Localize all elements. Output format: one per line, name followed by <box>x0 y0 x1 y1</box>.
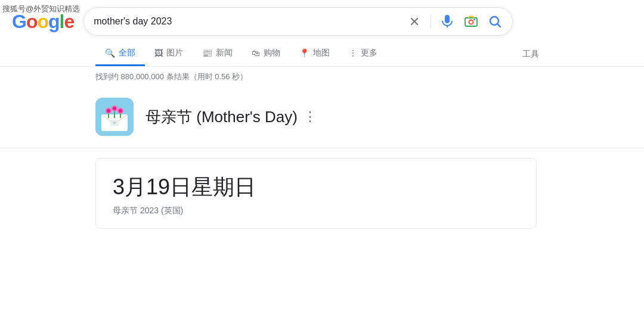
search-input-value: mother's day 2023 <box>94 16 401 27</box>
tab-all[interactable]: 🔍 全部 <box>95 42 145 66</box>
watermark: 搜狐号@外贸知识精选 <box>2 4 80 14</box>
all-icon: 🔍 <box>105 48 115 58</box>
section-divider <box>0 148 644 148</box>
svg-point-10 <box>113 107 116 110</box>
knowledge-panel-header: 母亲节 (Mother's Day) ⋮ <box>0 87 644 142</box>
tab-news[interactable]: 📰 新闻 <box>193 42 242 66</box>
svg-rect-15 <box>111 120 118 126</box>
info-card: 3月19日星期日 母亲节 2023 (英国) <box>95 158 537 229</box>
knowledge-more-button[interactable]: ⋮ <box>304 109 317 125</box>
results-info: 找到约 880,000,000 条结果（用时 0.56 秒） <box>0 67 644 87</box>
info-card-subtitle: 母亲节 2023 (英国) <box>113 206 519 216</box>
tools-button[interactable]: 工具 <box>513 43 549 66</box>
search-bar-icons <box>407 14 503 29</box>
svg-rect-2 <box>473 19 475 20</box>
tab-maps[interactable]: 📍 地图 <box>290 42 339 66</box>
tab-shopping[interactable]: 🛍 购物 <box>242 42 290 66</box>
svg-point-11 <box>119 109 122 113</box>
maps-icon: 📍 <box>299 48 309 58</box>
svg-rect-0 <box>465 18 477 26</box>
microphone-icon[interactable] <box>439 14 455 29</box>
svg-point-1 <box>469 20 473 24</box>
more-icon: ⋮ <box>349 48 357 58</box>
camera-search-icon[interactable] <box>463 14 479 29</box>
clear-search-button[interactable] <box>407 14 422 29</box>
info-card-date: 3月19日星期日 <box>113 173 519 202</box>
nav-tabs: 🔍 全部 🖼 图片 📰 新闻 🛍 购物 📍 地图 ⋮ 更多 工具 <box>0 42 644 67</box>
shopping-icon: 🛍 <box>252 48 260 58</box>
knowledge-panel-icon <box>95 98 134 136</box>
svg-point-9 <box>107 109 110 113</box>
search-divider <box>431 14 431 29</box>
tab-more[interactable]: ⋮ 更多 <box>339 42 387 66</box>
news-icon: 📰 <box>202 48 212 58</box>
images-icon: 🖼 <box>154 48 163 58</box>
tab-images[interactable]: 🖼 图片 <box>145 42 193 66</box>
search-bar: mother's day 2023 <box>83 7 513 36</box>
search-button[interactable] <box>487 14 503 29</box>
knowledge-panel-title: 母亲节 (Mother's Day) ⋮ <box>145 107 317 128</box>
header: Google mother's day 2023 <box>0 0 644 42</box>
